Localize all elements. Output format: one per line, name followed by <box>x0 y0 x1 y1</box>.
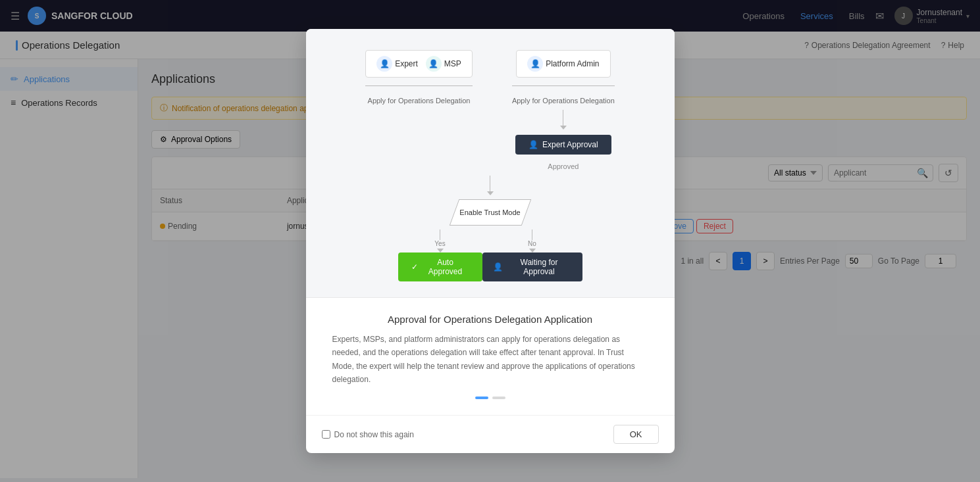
arrow-line-2 <box>490 176 490 191</box>
modal-title: Approval for Operations Delegation Appli… <box>332 314 648 325</box>
no-branch: No 👤 Waiting for Approval <box>482 229 582 281</box>
expert-icon: 👤 <box>376 56 392 72</box>
diagram-actors-row: 👤 Expert 👤 MSP Apply for Operations Dele… <box>365 50 615 170</box>
modal-diagram: 👤 Expert 👤 MSP Apply for Operations Dele… <box>306 29 675 298</box>
right-divider <box>512 85 615 86</box>
do-not-show-checkbox-wrap[interactable]: Do not show this again <box>322 430 414 439</box>
arrow-tip-2 <box>487 191 494 195</box>
auto-approved-button[interactable]: ✓ Auto Approved <box>398 253 482 281</box>
approved-label: Approved <box>548 162 579 170</box>
do-not-show-label: Do not show this again <box>334 430 414 439</box>
check-icon: ✓ <box>411 262 418 272</box>
msp-label: MSP <box>444 59 461 68</box>
right-flow-label: Apply for Operations Delegation <box>512 97 615 105</box>
modal-content: Approval for Operations Delegation Appli… <box>306 298 675 416</box>
yes-arrow-line <box>440 229 440 240</box>
branch-lines: Yes ✓ Auto Approved No 👤 Waiting for App… <box>398 229 582 281</box>
ok-button[interactable]: OK <box>613 425 659 444</box>
platform-admin-icon: 👤 <box>527 56 543 72</box>
arrow-to-approval <box>560 110 567 130</box>
waiting-label: Waiting for Approval <box>507 258 572 276</box>
expert-approval-person-icon: 👤 <box>529 140 538 149</box>
center-arrow-wrap <box>487 176 494 195</box>
modal-footer: Do not show this again OK <box>306 415 675 453</box>
yes-branch: Yes ✓ Auto Approved <box>398 229 482 281</box>
auto-approved-label: Auto Approved <box>422 258 469 276</box>
left-divider <box>365 85 473 86</box>
dot-1 <box>475 397 488 399</box>
modal-description: Experts, MSPs, and platform administrato… <box>332 333 648 387</box>
dot-2 <box>492 397 505 399</box>
modal-overlay: 👤 Expert 👤 MSP Apply for Operations Dele… <box>0 0 980 478</box>
no-arrow-tip <box>529 249 536 253</box>
diamond-wrap: Enable Trust Mode <box>454 199 527 226</box>
no-label: No <box>528 240 536 247</box>
modal: 👤 Expert 👤 MSP Apply for Operations Dele… <box>306 29 675 454</box>
yes-label: Yes <box>434 240 445 247</box>
left-flow-label: Apply for Operations Delegation <box>368 97 471 105</box>
right-flow-box: 👤 Platform Admin Apply for Operations De… <box>512 50 615 170</box>
pagination-dots <box>332 397 648 399</box>
yes-arrow-tip <box>437 249 444 253</box>
no-arrow-line <box>532 229 532 240</box>
waiting-approval-button[interactable]: 👤 Waiting for Approval <box>482 253 582 281</box>
left-flow-box: 👤 Expert 👤 MSP Apply for Operations Dele… <box>365 50 473 105</box>
expert-label: Expert <box>395 59 418 68</box>
msp-icon: 👤 <box>426 56 442 72</box>
diamond-text: Enable Trust Mode <box>459 208 520 216</box>
arrow-tip-1 <box>560 126 567 130</box>
expert-approval-label: Expert Approval <box>542 140 598 149</box>
arrow-line-1 <box>563 110 563 126</box>
platform-admin-label: Platform Admin <box>546 59 599 68</box>
expert-approval-box: 👤 Expert Approval <box>515 135 611 155</box>
platform-admin-actor: 👤 Platform Admin <box>516 50 610 78</box>
do-not-show-checkbox[interactable] <box>322 430 330 439</box>
expert-msp-actors: 👤 Expert 👤 MSP <box>365 50 473 78</box>
waiting-person-icon: 👤 <box>493 262 503 272</box>
